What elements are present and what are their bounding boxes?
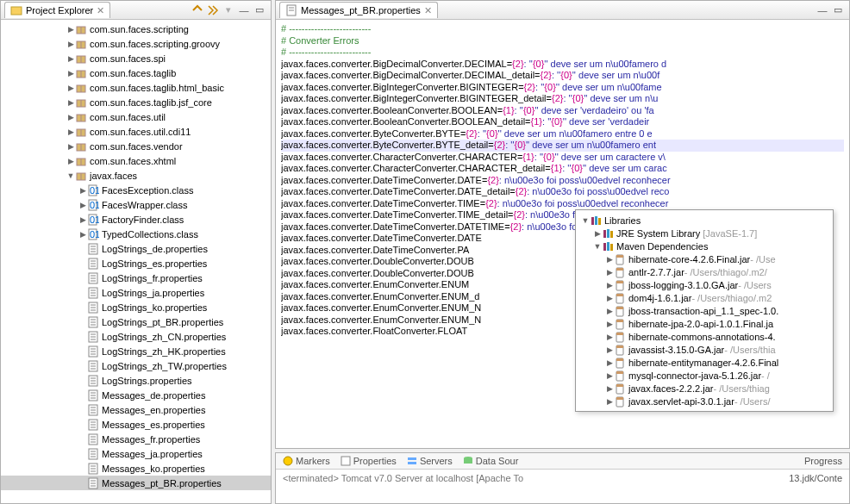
tree-label: javax.faces xyxy=(90,171,137,181)
library-icon xyxy=(602,227,614,240)
package-item[interactable]: ▶com.sun.faces.taglib.jsf_core xyxy=(1,95,271,109)
jar-item[interactable]: ▶javax.servlet-api-3.0.1.jar - /Users/ xyxy=(581,395,828,408)
jar-item[interactable]: ▶hibernate-core-4.2.6.Final.jar - /Use xyxy=(581,252,828,265)
tab-properties[interactable]: Properties xyxy=(341,456,397,466)
tab-servers[interactable]: Servers xyxy=(407,456,453,466)
package-item[interactable]: ▶com.sun.faces.scripting xyxy=(1,22,271,36)
jar-item[interactable]: ▶jboss-logging-3.1.0.GA.jar - /Users xyxy=(581,278,828,291)
class-item[interactable]: ▶01FacesException.class xyxy=(1,183,271,197)
svg-text:01: 01 xyxy=(90,200,99,210)
svg-rect-140 xyxy=(464,458,472,464)
jar-path: - /Users/thiago/.m2/ xyxy=(684,267,767,277)
package-item[interactable]: ▶com.sun.faces.util.cdi11 xyxy=(1,124,271,139)
properties-file-item-icon xyxy=(87,448,99,460)
package-item[interactable]: ▶com.sun.faces.util xyxy=(1,109,271,124)
properties-file-item[interactable]: Messages_es.properties xyxy=(1,417,271,432)
explorer-icon xyxy=(10,4,22,16)
expand-arrow-icon[interactable]: ▶ xyxy=(78,186,87,195)
expand-arrow-icon[interactable]: ▶ xyxy=(66,157,75,165)
tab-progress[interactable]: Progress xyxy=(804,456,842,466)
close-icon[interactable]: ✕ xyxy=(97,5,104,16)
expand-arrow-icon[interactable]: ▶ xyxy=(66,54,75,63)
jar-item[interactable]: ▶hibernate-commons-annotations-4. xyxy=(581,330,828,343)
package-item[interactable]: ▶com.sun.faces.scripting.groovy xyxy=(1,36,271,51)
expand-arrow-icon[interactable]: ▶ xyxy=(66,25,75,34)
jar-item[interactable]: ▶javassist-3.15.0-GA.jar - /Users/thia xyxy=(581,343,828,356)
properties-file-item[interactable]: Messages_pt_BR.properties xyxy=(1,476,271,490)
jar-item[interactable]: ▶hibernate-jpa-2.0-api-1.0.1.Final.ja xyxy=(581,317,828,330)
expand-arrow-icon[interactable]: ▶ xyxy=(78,215,87,224)
properties-file-item[interactable]: LogStrings_ja.properties xyxy=(1,285,271,300)
maven-node[interactable]: ▼Maven Dependencies xyxy=(581,240,828,252)
expand-arrow-icon[interactable]: ▶ xyxy=(66,40,75,48)
package-item-icon xyxy=(75,82,87,94)
maximize-icon[interactable]: ▭ xyxy=(831,3,845,17)
properties-file-item[interactable]: LogStrings_zh_TW.properties xyxy=(1,358,271,373)
properties-file-item[interactable]: LogStrings_es.properties xyxy=(1,256,271,271)
jar-item[interactable]: ▶javax.faces-2.2.2.jar - /Users/thiag xyxy=(581,382,828,395)
expand-arrow-icon[interactable]: ▶ xyxy=(66,98,75,107)
properties-file-item[interactable]: Messages_fr.properties xyxy=(1,432,271,446)
tab-data-sources[interactable]: Data Sour xyxy=(463,456,519,466)
package-item-open[interactable]: ▼javax.faces xyxy=(1,168,271,183)
class-item[interactable]: ▶01FacesWrapper.class xyxy=(1,197,271,212)
expand-arrow-icon[interactable]: ▶ xyxy=(66,113,75,121)
jar-item[interactable]: ▶hibernate-entitymanager-4.2.6.Final xyxy=(581,356,828,369)
properties-file-item[interactable]: Messages_ja.properties xyxy=(1,446,271,461)
tree-label: LogStrings_ko.properties xyxy=(102,302,207,313)
minimize-icon[interactable]: — xyxy=(816,3,829,17)
package-item[interactable]: ▶com.sun.faces.taglib xyxy=(1,65,271,80)
collapse-all-icon[interactable] xyxy=(191,3,204,17)
view-menu-icon[interactable]: ▾ xyxy=(222,3,235,17)
minimize-icon[interactable]: — xyxy=(237,3,251,17)
jre-node[interactable]: ▶JRE System Library [JavaSE-1.7] xyxy=(581,227,828,240)
jar-item[interactable]: ▶antlr-2.7.7.jar - /Users/thiago/.m2/ xyxy=(581,265,828,278)
package-item[interactable]: ▶com.sun.faces.taglib.html_basic xyxy=(1,80,271,95)
tree-label: FacesWrapper.class xyxy=(102,200,187,210)
properties-file-item[interactable]: Messages_ko.properties xyxy=(1,461,271,476)
jar-item[interactable]: ▶jboss-transaction-api_1.1_spec-1.0. xyxy=(581,304,828,317)
property-line: javax.faces.converter.DateTimeConverter.… xyxy=(281,186,844,198)
expand-arrow-icon[interactable]: ▶ xyxy=(78,230,87,239)
class-item[interactable]: ▶01TypedCollections.class xyxy=(1,227,271,241)
tab-messages-ptbr[interactable]: Messages_pt_BR.properties ✕ xyxy=(279,2,438,18)
properties-file-item[interactable]: LogStrings_ko.properties xyxy=(1,300,271,314)
expand-arrow-icon[interactable]: ▶ xyxy=(66,69,75,78)
properties-file-item[interactable]: LogStrings_zh_HK.properties xyxy=(1,344,271,358)
expand-arrow-icon[interactable]: ▶ xyxy=(78,201,87,209)
expand-arrow-icon[interactable]: ▶ xyxy=(66,128,75,136)
expand-arrow-icon[interactable]: ▼ xyxy=(66,171,75,180)
tab-project-explorer[interactable]: Project Explorer ✕ xyxy=(4,2,110,18)
properties-file-item[interactable]: Messages_en.properties xyxy=(1,402,271,417)
package-item[interactable]: ▶com.sun.faces.xhtml xyxy=(1,153,271,168)
svg-text:01: 01 xyxy=(90,185,99,196)
properties-file-item[interactable]: LogStrings_fr.properties xyxy=(1,271,271,285)
properties-file-item[interactable]: LogStrings.properties xyxy=(1,373,271,388)
jar-icon xyxy=(614,370,626,382)
package-item[interactable]: ▶com.sun.faces.spi xyxy=(1,51,271,65)
project-tree[interactable]: ▶com.sun.faces.scripting▶com.sun.faces.s… xyxy=(1,20,271,503)
package-item[interactable]: ▶com.sun.faces.vendor xyxy=(1,139,271,153)
expand-arrow-icon[interactable]: ▶ xyxy=(66,142,75,151)
properties-file-item[interactable]: LogStrings_de.properties xyxy=(1,241,271,256)
bottom-tabs: Markers Properties Servers Data Sour Pro… xyxy=(276,453,849,470)
close-icon[interactable]: ✕ xyxy=(424,5,432,16)
properties-file-item[interactable]: Messages_de.properties xyxy=(1,388,271,402)
property-line: javax.faces.converter.DateTimeConverter.… xyxy=(281,175,844,187)
jar-item[interactable]: ▶dom4j-1.6.1.jar - /Users/thiago/.m2 xyxy=(581,291,828,304)
expand-arrow-icon[interactable]: ▶ xyxy=(66,84,75,92)
jar-item[interactable]: ▶mysql-connector-java-5.1.26.jar - / xyxy=(581,369,828,382)
jar-path: - /Users/ xyxy=(734,396,771,407)
property-line: javax.faces.converter.ByteConverter.BYTE… xyxy=(281,140,844,152)
tab-markers[interactable]: Markers xyxy=(283,456,330,466)
class-item-icon: 01 xyxy=(87,228,99,240)
svg-rect-102 xyxy=(591,217,594,225)
svg-rect-103 xyxy=(595,216,597,225)
properties-file-item[interactable]: LogStrings_pt_BR.properties xyxy=(1,314,271,329)
jar-path: - /Users xyxy=(738,280,772,290)
maximize-icon[interactable]: ▭ xyxy=(253,3,266,17)
class-item[interactable]: ▶01FactoryFinder.class xyxy=(1,212,271,227)
properties-file-item[interactable]: LogStrings_zh_CN.properties xyxy=(1,329,271,344)
libraries-node[interactable]: ▼Libraries xyxy=(581,214,828,227)
link-editor-icon[interactable] xyxy=(206,3,220,17)
